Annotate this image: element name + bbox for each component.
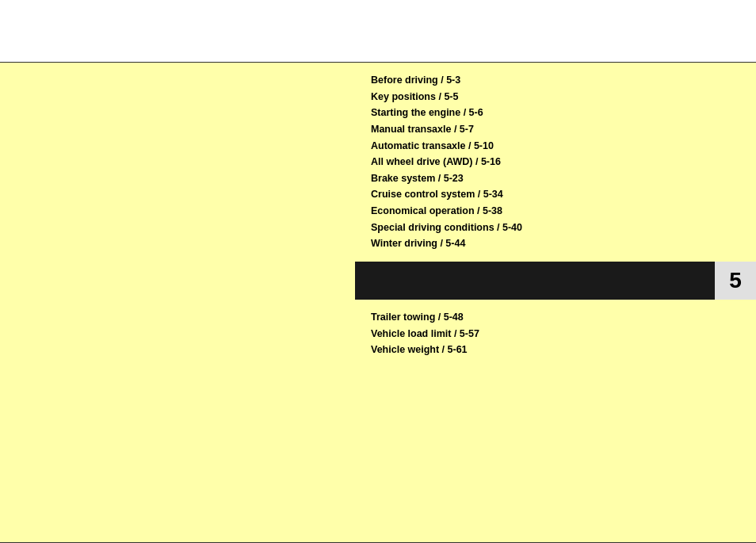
main-content: Before driving / 5-3Key positions / 5-5S… xyxy=(0,63,756,542)
chapter-number-box: 5 xyxy=(715,262,756,300)
toc-top-item: Special driving conditions / 5-40 xyxy=(371,220,743,236)
toc-top-item: Key positions / 5-5 xyxy=(371,89,743,105)
toc-bottom-item: Trailer towing / 5-48 xyxy=(371,309,743,326)
toc-top-item: Economical operation / 5-38 xyxy=(371,203,743,220)
toc-top-item: Winter driving / 5-44 xyxy=(371,235,743,252)
left-panel xyxy=(0,63,355,542)
toc-top-item: Cruise control system / 5-34 xyxy=(371,186,743,203)
toc-top-item: Automatic transaxle / 5-10 xyxy=(371,138,743,155)
toc-top-item: All wheel drive (AWD) / 5-16 xyxy=(371,154,743,170)
toc-top-section: Before driving / 5-3Key positions / 5-5S… xyxy=(355,63,756,262)
toc-bottom-item: Vehicle weight / 5-61 xyxy=(371,342,743,358)
chapter-number: 5 xyxy=(729,268,742,293)
toc-top-item: Before driving / 5-3 xyxy=(371,72,743,89)
toc-top-list: Before driving / 5-3Key positions / 5-5S… xyxy=(371,72,743,252)
toc-top-item: Manual transaxle / 5-7 xyxy=(371,121,743,138)
chapter-banner: 5 xyxy=(355,262,756,300)
toc-bottom-item: Vehicle load limit / 5-57 xyxy=(371,326,743,342)
page-container: Before driving / 5-3Key positions / 5-5S… xyxy=(0,0,756,543)
toc-bottom-list: Trailer towing / 5-48Vehicle load limit … xyxy=(371,309,743,358)
toc-top-item: Starting the engine / 5-6 xyxy=(371,105,743,121)
toc-top-item: Brake system / 5-23 xyxy=(371,170,743,187)
toc-bottom-section: Trailer towing / 5-48Vehicle load limit … xyxy=(355,300,756,542)
right-panel: Before driving / 5-3Key positions / 5-5S… xyxy=(355,63,756,542)
